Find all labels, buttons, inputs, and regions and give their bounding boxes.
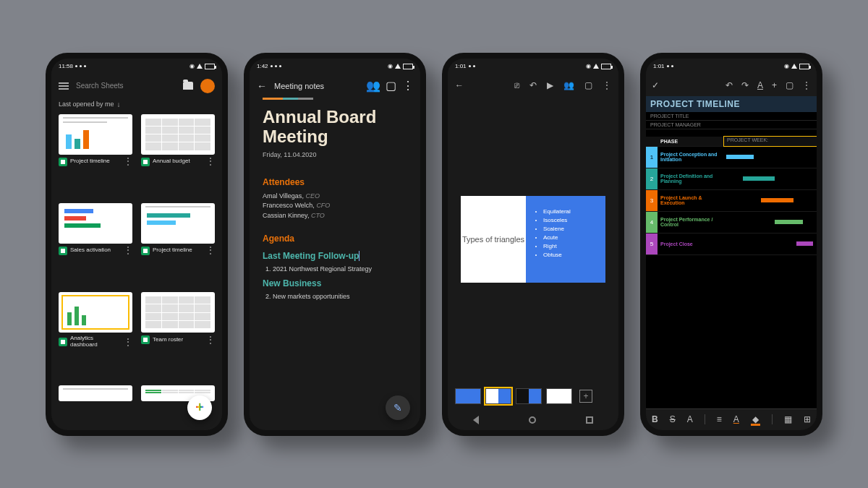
add-icon[interactable]: +	[772, 80, 777, 90]
redo-icon[interactable]: ↷	[741, 80, 749, 90]
signal-icon	[197, 64, 203, 69]
document-title[interactable]: Meeting notes	[274, 82, 361, 90]
slide-content: Equilateral Isosceles Scalene Acute Righ…	[526, 196, 605, 283]
sheets-icon	[141, 247, 150, 255]
file-item[interactable]: Team roster ⋮	[141, 292, 215, 380]
file-name: Annual budget	[153, 158, 203, 165]
slides-toolbar: ← ⎚ ↶ ▶ 👥 ▢ ⋮	[448, 74, 618, 96]
nav-recent-icon[interactable]	[586, 416, 593, 424]
battery-icon	[799, 64, 809, 69]
borders-button[interactable]: ▦	[784, 414, 792, 424]
status-bar: 1:01 ◉	[646, 59, 817, 74]
sheets-toolbar: ✓ ↶ ↷ A + ▢ ⋮	[646, 74, 817, 96]
comment-icon[interactable]: ▢	[786, 80, 793, 90]
file-item[interactable]: Project timeline ⋮	[141, 203, 215, 286]
edit-fab[interactable]: ✎	[386, 395, 410, 420]
more-icon[interactable]: ⋮	[206, 160, 215, 163]
file-item[interactable]: Analytics dashboard ⋮	[59, 292, 132, 380]
file-name: Analytics dashboard	[70, 335, 121, 348]
file-item[interactable]: Project timeline ⋮	[59, 114, 132, 197]
align-button[interactable]: ≡	[717, 414, 722, 424]
comment-icon[interactable]: ▢	[584, 80, 592, 90]
accent-line	[263, 98, 313, 100]
more-icon[interactable]: ⋮	[802, 80, 811, 90]
more-icon[interactable]: ⋮	[124, 160, 132, 163]
attendee: Amal Villegas, CEO	[263, 192, 407, 202]
avatar[interactable]	[200, 79, 215, 93]
back-icon[interactable]: ←	[257, 80, 267, 92]
strike-button[interactable]: S	[670, 414, 676, 424]
undo-icon[interactable]: ↶	[726, 80, 733, 90]
slide-thumb[interactable]	[516, 388, 542, 404]
table-row[interactable]: 4 Project Performance / Control	[646, 212, 817, 234]
table-row[interactable]: 1 Project Conception and Initiation	[646, 147, 817, 168]
plus-icon: +	[195, 399, 204, 416]
comment-icon[interactable]: ▢	[386, 81, 396, 91]
fill-color-button[interactable]: ◆	[751, 414, 760, 424]
doc-heading: Annual Board Meeting	[263, 107, 407, 147]
attendee: Cassian Kinney, CTO	[263, 211, 407, 221]
table-row[interactable]: 5 Project Close	[646, 234, 817, 255]
search-bar: Search Sheets	[51, 74, 222, 98]
wifi-icon: ◉	[784, 63, 789, 69]
status-time: 1:42	[257, 63, 268, 69]
nav-back-icon[interactable]	[473, 416, 479, 424]
add-slide-button[interactable]: +	[579, 390, 592, 403]
text-color-button[interactable]: A	[733, 414, 739, 424]
pencil-icon: ✎	[393, 402, 402, 414]
wifi-icon: ◉	[388, 63, 393, 69]
merge-button[interactable]: ⊞	[804, 414, 811, 424]
battery-icon	[403, 64, 413, 69]
sheets-icon	[59, 338, 67, 346]
slide-thumb[interactable]	[546, 388, 572, 404]
check-icon[interactable]: ✓	[652, 80, 659, 90]
sheets-icon	[59, 158, 67, 166]
file-item[interactable]: Annual budget ⋮	[141, 114, 215, 197]
more-icon[interactable]: ⋮	[206, 338, 215, 342]
status-bar: 1:42 ◉	[250, 59, 420, 74]
play-icon[interactable]: ▶	[547, 80, 553, 90]
format-bar: B S A ≡ A ◆ ▦ ⊞	[646, 408, 817, 430]
new-file-fab[interactable]: +	[187, 395, 212, 420]
battery-icon	[205, 64, 215, 69]
bold-button[interactable]: B	[652, 414, 658, 424]
nav-home-icon[interactable]	[529, 416, 536, 424]
sheets-icon	[141, 158, 150, 166]
format-icon[interactable]: A	[757, 80, 763, 90]
spreadsheet-area[interactable]: PROJECT TIMELINE PROJECT TITLE PROJECT M…	[646, 96, 817, 408]
document-body[interactable]: Annual Board Meeting Friday, 11.04.2020 …	[250, 98, 420, 430]
cast-icon[interactable]: ⎚	[514, 80, 519, 90]
table-row[interactable]: 2 Project Definition and Planning	[646, 168, 817, 190]
format-text-button[interactable]: A	[687, 414, 693, 424]
more-icon[interactable]: ⋮	[124, 249, 132, 252]
attendees-heading: Attendees	[263, 177, 407, 187]
status-time: 1:01	[455, 63, 467, 69]
signal-icon	[791, 64, 797, 69]
wifi-icon: ◉	[586, 63, 591, 69]
more-icon[interactable]: ⋮	[206, 249, 215, 252]
share-icon[interactable]: 👥	[368, 81, 378, 91]
file-name: Project timeline	[70, 158, 121, 165]
undo-icon[interactable]: ↶	[529, 80, 537, 90]
followup-heading: Last Meeting Follow-up	[263, 251, 407, 261]
slide-thumb-selected[interactable]	[485, 388, 511, 404]
slide-canvas[interactable]: Types of triangles Equilateral Isosceles…	[448, 96, 618, 382]
file-item[interactable]: Sales activation ⋮	[59, 203, 132, 286]
back-icon[interactable]: ←	[455, 80, 464, 90]
share-icon[interactable]: 👥	[563, 80, 574, 90]
table-header: PHASE PROJECT WEEK:	[646, 137, 817, 147]
more-icon[interactable]: ⋮	[603, 80, 611, 90]
slide-thumb[interactable]	[455, 388, 481, 404]
sheets-icon	[141, 335, 150, 344]
menu-icon[interactable]	[59, 82, 69, 90]
more-icon[interactable]: ⋮	[124, 341, 132, 344]
sort-bar[interactable]: Last opened by me ↓	[51, 98, 222, 114]
filmstrip: +	[448, 382, 618, 410]
search-input[interactable]: Search Sheets	[76, 82, 176, 90]
more-icon[interactable]: ⋮	[403, 81, 413, 91]
sheet-sub-label: PROJECT MANAGER	[650, 122, 701, 127]
table-row[interactable]: 3 Project Launch & Execution	[646, 190, 817, 212]
file-item[interactable]	[59, 385, 132, 429]
android-nav-bar	[448, 410, 618, 430]
folder-icon[interactable]	[183, 82, 193, 90]
